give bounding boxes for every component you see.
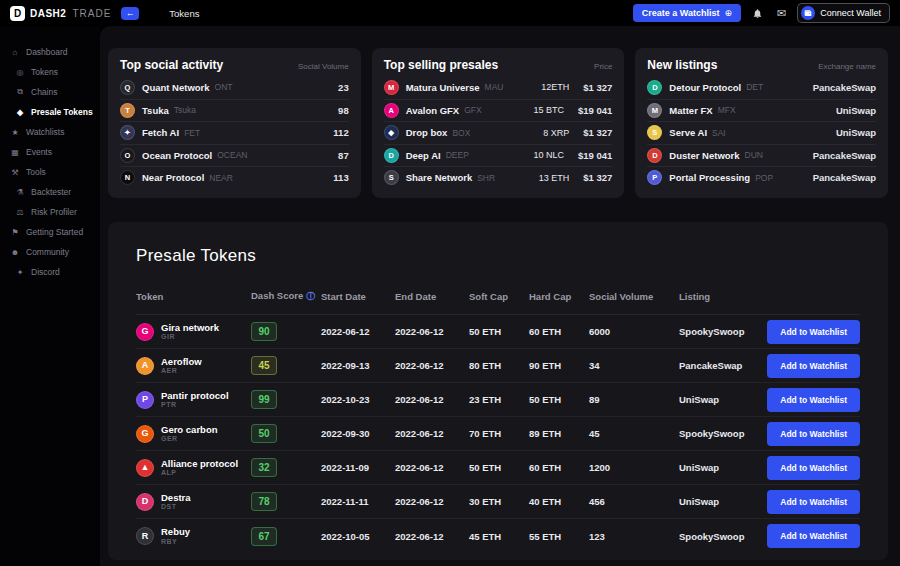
token-ticker: DET	[746, 82, 763, 92]
app-logo[interactable]: D DASH2 TRADE	[10, 6, 111, 21]
add-to-watchlist-button[interactable]: Add to Watchlist	[767, 524, 860, 548]
connect-wallet-button[interactable]: Connect Wallet	[797, 3, 890, 23]
info-icon[interactable]: ⓘ	[306, 291, 315, 301]
sidebar-item[interactable]: ★ Watchlists	[0, 122, 100, 142]
token-icon: A	[384, 103, 399, 118]
card-list-item[interactable]: A Avalon GFX GFX 15 BTC $19 041	[384, 99, 613, 122]
card-list-item[interactable]: P Portal Processing POP PancakeSwap	[647, 166, 876, 189]
sidebar-item[interactable]: ◈ Presale Tokens	[0, 102, 100, 122]
token-icon: M	[384, 80, 399, 95]
token-name: Avalon GFX	[406, 105, 460, 116]
token-icon: D	[136, 493, 154, 511]
card-list-item[interactable]: S Serve AI SAI UniSwap	[647, 121, 876, 144]
sidebar-item[interactable]: ⚒ Tools	[0, 162, 100, 182]
card-list-item[interactable]: ◆ Drop box BOX 8 XRP $1 327	[384, 121, 613, 144]
soft-cap: 30 ETH	[469, 496, 529, 507]
sidebar-item[interactable]: ⚗ Backtester	[0, 182, 100, 202]
token-cell: ▲ Alliance protocol ALP	[136, 458, 251, 478]
card-list-item[interactable]: Q Quant Network ONT 23	[120, 76, 349, 99]
back-button[interactable]: ←	[121, 7, 139, 20]
col-header-soft-cap: Soft Cap	[469, 291, 529, 302]
add-to-watchlist-button[interactable]: Add to Watchlist	[767, 320, 860, 344]
listing: SpookySwoop	[679, 531, 764, 542]
token-ticker: FET	[184, 128, 200, 138]
start-date: 2022-11-11	[321, 496, 395, 507]
table-row: G Gero carbon GER 50 2022-09-30 2022-06-…	[136, 417, 860, 451]
sidebar-item-label: Community	[26, 247, 69, 257]
sidebar-item-label: Dashboard	[26, 47, 68, 57]
hard-cap: 50 ETH	[529, 394, 589, 405]
create-watchlist-button[interactable]: Create a Watchlist ⊕	[633, 4, 741, 22]
logo-subtext: TRADE	[72, 8, 111, 19]
card-list-item[interactable]: D Duster Network DUN PancakeSwap	[647, 144, 876, 167]
token-ticker: GIR	[161, 333, 219, 341]
token-name: Ocean Protocol	[142, 150, 212, 161]
soft-cap: 50 ETH	[469, 326, 529, 337]
card-list-item[interactable]: S Share Network SHR 13 ETH $1 327	[384, 166, 613, 189]
sidebar-item-icon: ◎	[15, 68, 25, 77]
card-list-item[interactable]: O Ocean Protocol OCEAN 87	[120, 144, 349, 167]
card-list-item[interactable]: N Near Protocol NEAR 113	[120, 166, 349, 189]
add-to-watchlist-button[interactable]: Add to Watchlist	[767, 456, 860, 480]
sidebar-item[interactable]: ▦ Events	[0, 142, 100, 162]
token-ticker: GFX	[464, 105, 481, 115]
start-date: 2022-09-13	[321, 360, 395, 371]
actions-cell: Add to Watchlist	[764, 388, 860, 412]
social-volume: 123	[589, 531, 679, 542]
token-icon: S	[647, 125, 662, 140]
presale-tokens-panel: Presale Tokens Token Dash Scoreⓘ Start D…	[108, 222, 888, 560]
dash-score-badge: 50	[251, 424, 277, 443]
token-cell: G Gira network GIR	[136, 322, 251, 342]
sidebar-item-icon: ⚒	[10, 168, 20, 177]
card-header: New listings Exchange name	[647, 58, 876, 72]
card-list-item[interactable]: D Deep AI DEEP 10 NLC $19 041	[384, 144, 613, 167]
add-to-watchlist-button[interactable]: Add to Watchlist	[767, 422, 860, 446]
sidebar-item[interactable]: ⚑ Getting Started	[0, 222, 100, 242]
card-meta-label: Price	[594, 62, 612, 71]
dash-score-cell: 32	[251, 458, 321, 477]
card-list-item[interactable]: M Matura Universe MAU 12ETH $1 327	[384, 76, 613, 99]
token-ticker: ALP	[161, 469, 238, 477]
table-header-row: Token Dash Scoreⓘ Start Date End Date So…	[136, 290, 860, 315]
token-icon: T	[120, 103, 135, 118]
sidebar-item[interactable]: ⚖ Risk Profiler	[0, 202, 100, 222]
sidebar-item[interactable]: ⧉ Chains	[0, 82, 100, 102]
card-top-selling-presales: Top selling presales Price M Matura Univ…	[372, 48, 625, 198]
add-to-watchlist-button[interactable]: Add to Watchlist	[767, 388, 860, 412]
table-row: R Rebuy RBY 67 2022-10-05 2022-06-12 45 …	[136, 519, 860, 553]
card-list-item[interactable]: T Tsuka Tsuka 98	[120, 99, 349, 122]
add-to-watchlist-button[interactable]: Add to Watchlist	[767, 354, 860, 378]
card-list-item[interactable]: M Matter FX MFX UniSwap	[647, 99, 876, 122]
sidebar-item[interactable]: ☻ Community	[0, 242, 100, 262]
token-name: Portal Processing	[669, 172, 750, 183]
end-date: 2022-06-12	[395, 360, 469, 371]
token-name: Deep AI	[406, 150, 441, 161]
card-list-item[interactable]: D Detour Protocol DET PancakeSwap	[647, 76, 876, 99]
topbar: D DASH2 TRADE ← Tokens Create a Watchlis…	[0, 0, 900, 26]
table-row: A Aeroflow AER 45 2022-09-13 2022-06-12 …	[136, 349, 860, 383]
hard-cap: 60 ETH	[529, 462, 589, 473]
hard-cap: 89 ETH	[529, 428, 589, 439]
card-list-item[interactable]: ✦ Fetch AI FET 112	[120, 121, 349, 144]
start-date: 2022-11-09	[321, 462, 395, 473]
sidebar-item[interactable]: ⌂ Dashboard	[0, 42, 100, 62]
notifications-bell-icon[interactable]	[749, 8, 766, 19]
card-rows: D Detour Protocol DET PancakeSwap M Matt…	[647, 76, 876, 189]
token-name: Quant Network	[142, 82, 210, 93]
sidebar-item[interactable]: ✦ Discord	[0, 262, 100, 282]
sidebar-item[interactable]: ◎ Tokens	[0, 62, 100, 82]
token-name: Pantir protocol	[161, 390, 229, 401]
token-value: 113	[333, 172, 348, 183]
dash-score-cell: 50	[251, 424, 321, 443]
messages-envelope-icon[interactable]: ✉	[774, 7, 789, 20]
token-name: Gira network	[161, 322, 219, 333]
main-content: Top social activity Social Volume Q Quan…	[100, 26, 900, 566]
listing: SpookySwoop	[679, 428, 764, 439]
token-cell: D Destra DST	[136, 492, 251, 512]
token-ticker: PTR	[161, 401, 229, 409]
token-ticker: Tsuka	[174, 105, 196, 115]
add-to-watchlist-button[interactable]: Add to Watchlist	[767, 490, 860, 514]
table-body: G Gira network GIR 90 2022-06-12 2022-06…	[136, 315, 860, 553]
token-icon: M	[647, 103, 662, 118]
token-value: PancakeSwap	[813, 82, 876, 93]
